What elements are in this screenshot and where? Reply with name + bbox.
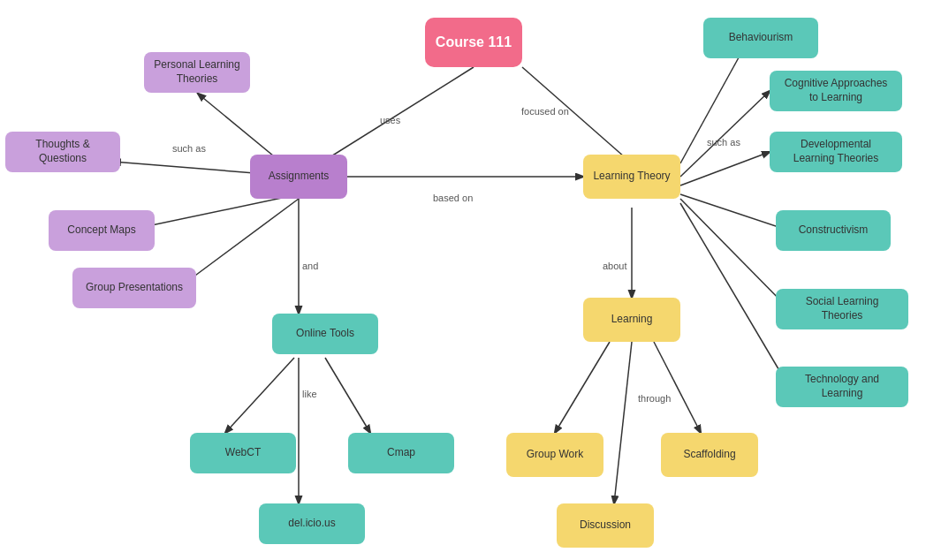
group-presentations-label: Group Presentations xyxy=(86,281,183,295)
label-uses: uses xyxy=(380,115,400,125)
node-social-learning: Social Learning Theories xyxy=(776,289,908,329)
node-cognitive: Cognitive Approaches to Learning xyxy=(770,71,902,111)
node-concept-maps: Concept Maps xyxy=(49,210,155,251)
svg-line-20 xyxy=(614,342,632,503)
learning-theory-label: Learning Theory xyxy=(593,170,670,184)
scaffolding-label: Scaffolding xyxy=(683,448,735,462)
group-work-label: Group Work xyxy=(527,448,583,462)
svg-line-12 xyxy=(680,91,770,177)
node-cmap: Cmap xyxy=(348,433,454,473)
node-group-work: Group Work xyxy=(506,433,603,477)
cognitive-label: Cognitive Approaches to Learning xyxy=(778,77,893,104)
node-learning-theory: Learning Theory xyxy=(583,155,680,199)
technology-learning-label: Technology and Learning xyxy=(785,373,899,400)
node-thoughts-questions: Thoughts & Questions xyxy=(5,132,120,172)
node-scaffolding: Scaffolding xyxy=(661,433,758,477)
concept-maps-label: Concept Maps xyxy=(67,223,135,238)
node-learning: Learning xyxy=(583,298,680,342)
cmap-label: Cmap xyxy=(387,446,415,460)
node-assignments: Assignments xyxy=(250,155,347,199)
constructivism-label: Constructivism xyxy=(799,223,869,238)
label-such-as-right: such as xyxy=(707,137,740,148)
node-developmental: Developmental Learning Theories xyxy=(770,132,902,172)
svg-line-8 xyxy=(225,358,294,433)
node-personal-learning: Personal Learning Theories xyxy=(144,52,250,93)
social-learning-label: Social Learning Theories xyxy=(785,295,899,322)
label-about: about xyxy=(603,261,627,271)
node-behaviourism: Behaviourism xyxy=(703,18,818,58)
svg-line-9 xyxy=(325,358,370,433)
online-tools-label: Online Tools xyxy=(296,327,354,341)
svg-line-13 xyxy=(680,152,770,185)
mindmap-canvas: uses focused on such as such as based on… xyxy=(0,0,926,560)
node-technology-learning: Technology and Learning xyxy=(776,367,908,407)
learning-label: Learning xyxy=(611,313,653,327)
label-focused-on: focused on xyxy=(521,106,569,117)
label-like: like xyxy=(302,389,317,399)
svg-line-5 xyxy=(178,199,299,288)
svg-line-19 xyxy=(654,342,701,433)
course-label: Course 111 xyxy=(436,34,512,52)
svg-line-16 xyxy=(680,203,789,387)
node-group-presentations: Group Presentations xyxy=(72,268,196,308)
node-course: Course 111 xyxy=(425,18,522,67)
node-delicious: del.icio.us xyxy=(259,503,365,544)
discussion-label: Discussion xyxy=(580,518,631,533)
node-discussion: Discussion xyxy=(557,503,654,548)
personal-learning-label: Personal Learning Theories xyxy=(153,58,241,86)
node-constructivism: Constructivism xyxy=(776,210,891,251)
label-such-as-left: such as xyxy=(172,143,206,154)
svg-line-14 xyxy=(680,194,789,231)
thoughts-questions-label: Thoughts & Questions xyxy=(14,138,111,165)
assignments-label: Assignments xyxy=(269,170,330,184)
label-based-on: based on xyxy=(433,193,473,203)
node-online-tools: Online Tools xyxy=(272,314,378,354)
svg-line-15 xyxy=(680,199,789,309)
label-and: and xyxy=(302,261,318,271)
delicious-label: del.icio.us xyxy=(288,517,335,531)
svg-line-18 xyxy=(555,342,610,433)
label-through: through xyxy=(638,393,671,404)
developmental-label: Developmental Learning Theories xyxy=(778,138,893,165)
webct-label: WebCT xyxy=(225,446,261,460)
behaviourism-label: Behaviourism xyxy=(729,31,793,45)
node-webct: WebCT xyxy=(190,433,296,473)
